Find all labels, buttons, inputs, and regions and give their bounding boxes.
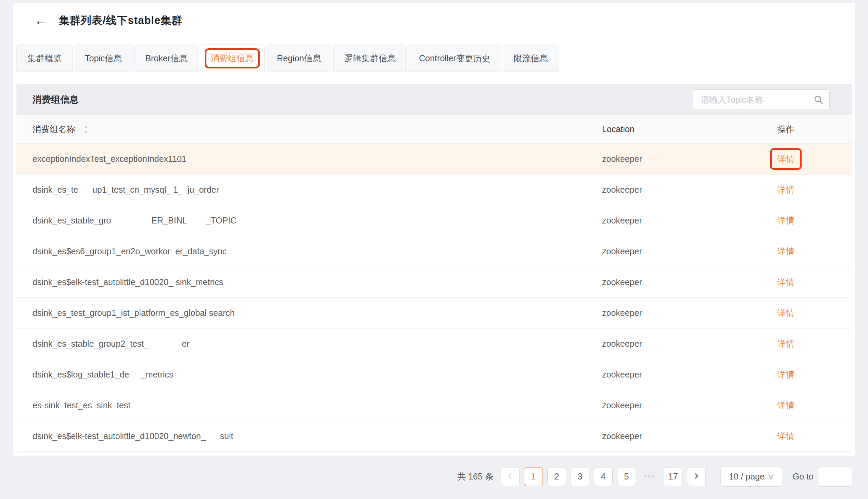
tab-cluster-overview[interactable]: 集群概览	[16, 45, 73, 72]
table-row: dsink_es$elk-test_autolittle_d10020_ sin…	[16, 267, 852, 298]
location-value: zookeeper	[602, 246, 766, 256]
pagination: 共 165 条 ‹ 1 2 3 4 5 ••• 17 › 10 / page ∨…	[457, 466, 852, 487]
page-button-3[interactable]: 3	[571, 467, 589, 486]
sort-asc-icon[interactable]: ▲	[84, 124, 88, 129]
section-title: 消费组信息	[33, 94, 79, 106]
table-row: dsink_es_stable_group2_test_ er zookeepe…	[16, 329, 852, 360]
sort-control[interactable]: ▲ ▼	[84, 124, 88, 134]
consumer-group-name: es-sink test_es sink test	[16, 400, 602, 410]
consumer-group-name: dsink_es$elk-test_autolittle_d10020_newt…	[16, 431, 602, 441]
tab-logical-cluster-info[interactable]: 逻辑集群信息	[333, 45, 407, 72]
consumer-group-table: 消费组名称 ▲ ▼ Location 操作 exceptionIndexTest…	[16, 115, 852, 452]
consumer-group-name: dsink_es_te up1_test_cn_mysql_ 1_ ju_ord…	[16, 185, 602, 195]
page-size-value: 10 / page	[729, 472, 765, 482]
table-row: dsink_es$elk-test_autolittle_d10020_newt…	[16, 421, 852, 452]
tab-throttle-info[interactable]: 限流信息	[503, 45, 559, 72]
page-button-2[interactable]: 2	[547, 467, 566, 486]
column-header-name-label: 消费组名称	[33, 124, 75, 135]
location-value: zookeeper	[602, 216, 766, 226]
page-header: ← 集群列表/线下stable集群	[13, 3, 855, 28]
detail-link[interactable]: 详情	[777, 370, 794, 379]
detail-link[interactable]: 详情	[777, 277, 794, 287]
page-button-17[interactable]: 17	[664, 467, 683, 486]
consumer-group-name: dsink_es_test_group1_ist_platform_es_glo…	[16, 308, 602, 318]
consumer-group-name: dsink_es_stable_gro ER_BINL _TOPIC	[16, 216, 602, 226]
column-header-name[interactable]: 消费组名称 ▲ ▼	[16, 124, 602, 135]
table-row: dsink_es$log_stable1_de _metrics zookeep…	[16, 360, 852, 390]
page-button-4[interactable]: 4	[594, 467, 613, 486]
table-row: dsink_es$es6_group1_en2o_workor er_data_…	[16, 236, 852, 267]
location-value: zookeeper	[602, 308, 766, 318]
consumer-group-name: dsink_es$log_stable1_de _metrics	[16, 370, 602, 379]
ellipsis-jump[interactable]: •••	[640, 472, 659, 481]
next-page-button[interactable]: ›	[687, 467, 706, 486]
back-icon[interactable]: ←	[34, 14, 47, 27]
tab-label: 消费组信息	[211, 53, 254, 64]
tab-consumer-group-info[interactable]: 消费组信息	[200, 45, 265, 72]
page-button-1[interactable]: 1	[524, 467, 543, 486]
table-row: dsink_es_te up1_test_cn_mysql_ 1_ ju_ord…	[16, 174, 852, 205]
detail-link[interactable]: 详情	[770, 148, 802, 170]
detail-link[interactable]: 详情	[777, 339, 794, 349]
chevron-down-icon: ∨	[767, 472, 775, 481]
detail-link[interactable]: 详情	[777, 185, 794, 194]
detail-link[interactable]: 详情	[777, 400, 794, 410]
total-count: 共 165 条	[457, 471, 493, 482]
detail-link[interactable]: 详情	[777, 246, 794, 256]
location-value: zookeeper	[602, 370, 766, 379]
consumer-group-name: dsink_es$elk-test_autolittle_d10020_ sin…	[16, 277, 602, 287]
section-header: 消费组信息	[16, 84, 852, 115]
goto-page-input[interactable]	[818, 466, 852, 487]
table-row: es-sink test_es sink test zookeeper 详情	[16, 390, 852, 421]
table-row: dsink_es_stable_gro ER_BINL _TOPIC zooke…	[16, 205, 852, 236]
table-header-row: 消费组名称 ▲ ▼ Location 操作	[16, 115, 852, 144]
topic-search	[693, 89, 830, 110]
location-value: zookeeper	[602, 339, 766, 349]
goto-label: Go to	[793, 472, 814, 482]
tab-region-info[interactable]: Region信息	[266, 45, 332, 72]
search-icon[interactable]	[813, 95, 823, 105]
detail-link[interactable]: 详情	[777, 216, 794, 225]
location-value: zookeeper	[602, 185, 766, 195]
location-value: zookeeper	[602, 400, 766, 410]
column-header-location: Location	[602, 124, 766, 134]
annotation-box: 消费组信息	[205, 48, 260, 69]
search-input[interactable]	[693, 89, 830, 110]
table-row: dsink_es_test_group1_ist_platform_es_glo…	[16, 298, 852, 329]
table-row: exceptionIndexTest_exceptionIndex1101 zo…	[16, 144, 852, 174]
consumer-group-name: dsink_es_stable_group2_test_ er	[16, 339, 602, 349]
location-value: zookeeper	[602, 431, 766, 441]
consumer-group-name: dsink_es$es6_group1_en2o_workor er_data_…	[16, 246, 602, 256]
page-size-select[interactable]: 10 / page ∨	[721, 466, 782, 487]
tab-controller-history[interactable]: Controller变更历史	[408, 45, 501, 72]
tab-broker-info[interactable]: Broker信息	[134, 45, 198, 72]
tab-bar: 集群概览 Topic信息 Broker信息 消费组信息 Region信息 逻辑集…	[16, 45, 855, 72]
sort-desc-icon[interactable]: ▼	[84, 130, 88, 134]
page-title: 集群列表/线下stable集群	[59, 13, 182, 28]
location-value: zookeeper	[602, 277, 766, 287]
location-value: zookeeper	[602, 154, 766, 164]
detail-link[interactable]: 详情	[777, 308, 794, 318]
column-header-action: 操作	[766, 124, 852, 135]
prev-page-button[interactable]: ‹	[501, 467, 519, 486]
tab-topic-info[interactable]: Topic信息	[74, 45, 133, 72]
page-button-5[interactable]: 5	[617, 467, 636, 486]
detail-link[interactable]: 详情	[777, 431, 794, 441]
consumer-group-name: exceptionIndexTest_exceptionIndex1101	[16, 154, 602, 164]
main-panel: ← 集群列表/线下stable集群 集群概览 Topic信息 Broker信息 …	[13, 3, 855, 456]
